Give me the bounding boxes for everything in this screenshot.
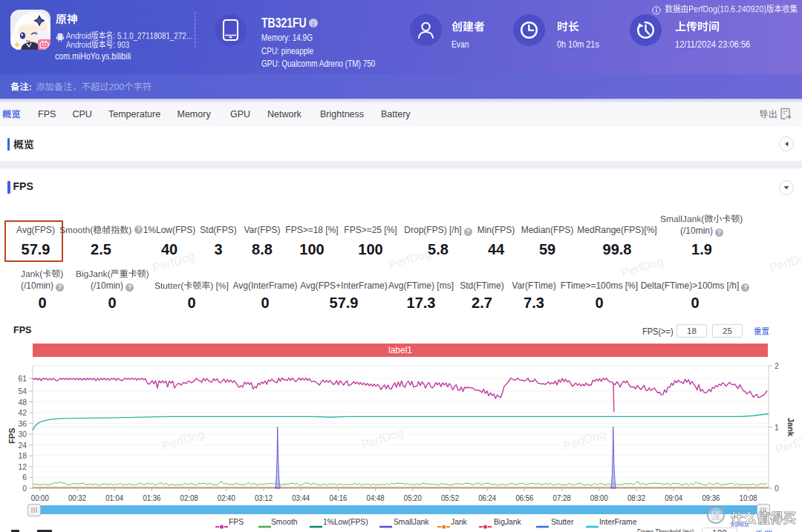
svg-text:Jank: Jank (786, 418, 795, 437)
svg-text:05:52: 05:52 (441, 494, 459, 502)
svg-text:2: 2 (775, 362, 779, 370)
svg-text:02:08: 02:08 (180, 494, 198, 502)
svg-text:12: 12 (19, 463, 27, 471)
svg-text:61: 61 (19, 375, 27, 383)
svg-text:10:08: 10:08 (740, 494, 757, 502)
svg-text:FPS: FPS (7, 428, 16, 444)
svg-text:54: 54 (19, 387, 27, 395)
svg-text:6: 6 (22, 473, 27, 482)
svg-text:09:36: 09:36 (702, 494, 720, 502)
svg-text:0: 0 (775, 485, 779, 493)
svg-text:05:20: 05:20 (404, 494, 422, 502)
svg-text:04:48: 04:48 (367, 494, 385, 502)
svg-text:01:04: 01:04 (105, 494, 123, 502)
svg-text:48: 48 (19, 398, 27, 407)
svg-text:03:12: 03:12 (255, 494, 273, 502)
svg-text:08:00: 08:00 (590, 494, 608, 502)
svg-text:24: 24 (19, 441, 27, 450)
svg-text:42: 42 (19, 409, 27, 417)
svg-text:02:40: 02:40 (218, 494, 235, 502)
svg-text:07:28: 07:28 (553, 494, 571, 502)
svg-text:09:04: 09:04 (665, 494, 682, 502)
svg-text:1: 1 (775, 424, 779, 432)
svg-text:00:00: 00:00 (31, 494, 49, 502)
svg-text:18: 18 (19, 452, 27, 460)
svg-text:03:44: 03:44 (292, 494, 310, 502)
svg-text:36: 36 (19, 420, 27, 428)
svg-text:01:36: 01:36 (143, 494, 160, 502)
svg-text:30: 30 (19, 430, 27, 439)
svg-text:04:16: 04:16 (329, 494, 347, 502)
svg-text:06:56: 06:56 (515, 494, 533, 502)
svg-text:06:24: 06:24 (478, 494, 496, 502)
svg-text:08:32: 08:32 (627, 494, 645, 502)
svg-text:0: 0 (22, 485, 27, 493)
svg-text:00:32: 00:32 (68, 494, 86, 502)
